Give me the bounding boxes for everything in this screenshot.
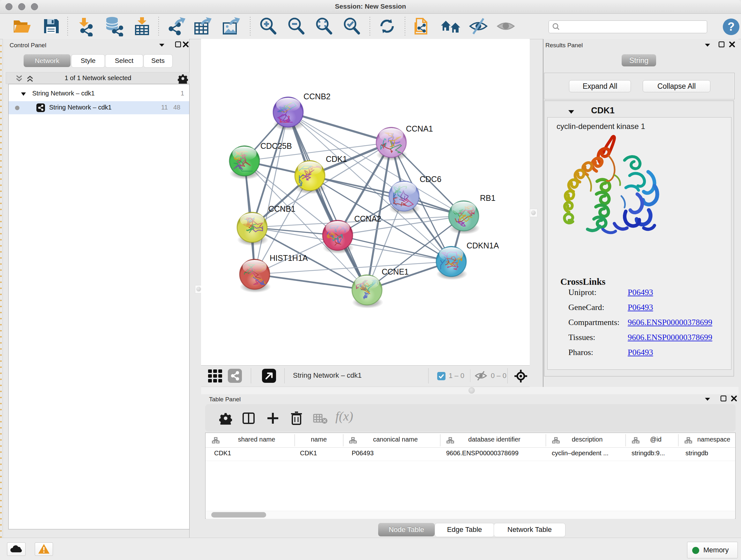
svg-text:CCNB2: CCNB2 [304, 92, 331, 101]
svg-text:CCNA1: CCNA1 [406, 124, 433, 133]
svg-text:CDC25B: CDC25B [260, 141, 292, 150]
svg-text:?: ? [728, 20, 735, 33]
svg-text:HIST1H1A: HIST1H1A [270, 253, 308, 262]
svg-text:CDK1: CDK1 [326, 154, 347, 164]
svg-text:CCNE1: CCNE1 [382, 267, 409, 276]
svg-text:CCNB1: CCNB1 [268, 204, 295, 213]
svg-text:CDKN1A: CDKN1A [467, 241, 499, 250]
svg-text:CDC6: CDC6 [420, 175, 441, 184]
svg-text:CCNA2: CCNA2 [354, 214, 381, 223]
svg-text:RB1: RB1 [480, 193, 495, 202]
